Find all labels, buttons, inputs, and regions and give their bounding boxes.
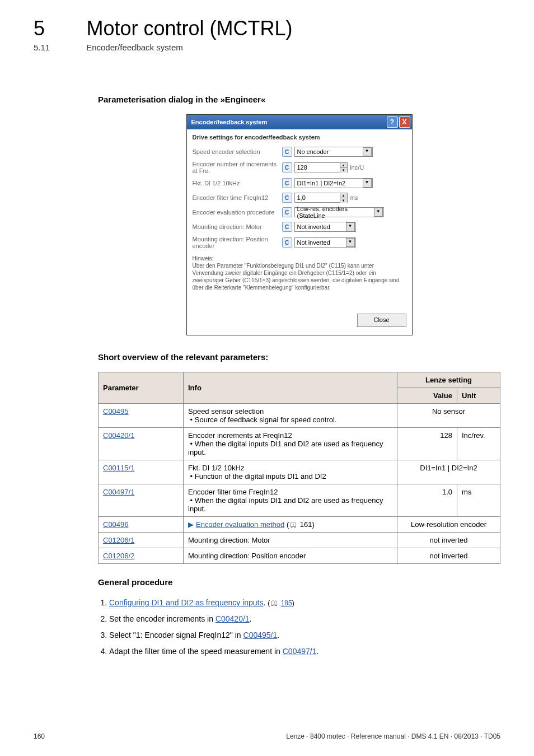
unit-cell: ms xyxy=(457,484,500,517)
heading-general-procedure: General procedure xyxy=(98,577,500,587)
spinner[interactable]: ▲▼ xyxy=(340,162,348,172)
footer-info: Lenze · 8400 motec · Reference manual · … xyxy=(286,732,500,740)
chapter-number: 5 xyxy=(34,17,84,40)
table-row: C00420/1 Encoder increments at FreqIn12 … xyxy=(99,428,500,460)
close-icon[interactable]: X xyxy=(399,116,410,128)
value-cell: DI1=In1 | DI2=In2 xyxy=(397,460,500,484)
param-link[interactable]: C00115/1 xyxy=(103,464,134,472)
unit-cell: Inc/rev. xyxy=(457,428,500,460)
th-info: Info xyxy=(184,372,397,404)
help-icon[interactable]: ? xyxy=(387,116,398,128)
combo-value: Not inverted xyxy=(297,223,330,230)
hint-label: Hinweis: xyxy=(193,255,406,262)
param-link[interactable]: C00497/1 xyxy=(103,488,134,496)
combo-fkt[interactable]: DI1=In1 | DI2=In2 ▼ xyxy=(294,178,373,188)
list-item: Set the encoder increments in C00420/1. xyxy=(109,613,500,625)
label-eval: Encoder evaluation procedure xyxy=(193,209,282,216)
param-link[interactable]: C01206/2 xyxy=(103,552,134,560)
hint-block: Hinweis: Über den Parameter "Funktionsbe… xyxy=(193,255,406,291)
param-link[interactable]: C01206/1 xyxy=(103,536,134,544)
c-button[interactable]: C xyxy=(282,178,292,188)
label-mount-motor: Mounting direction: Motor xyxy=(193,223,282,230)
combo-mount-motor[interactable]: Not inverted ▼ xyxy=(294,222,356,232)
value-cell: Low-resolution encoder xyxy=(397,517,500,533)
list-item: Select "1: Encoder signal FreqIn12" in C… xyxy=(109,629,500,641)
procedure-list: Configuring DI1 and DI2 as frequency inp… xyxy=(98,597,500,657)
code-link[interactable]: C00420/1 xyxy=(216,614,250,623)
info-cell: Mounting direction: Position encoder xyxy=(184,548,397,564)
table-row: C01206/2 Mounting direction: Position en… xyxy=(99,548,500,564)
step-link[interactable]: Configuring DI1 and DI2 as frequency inp… xyxy=(109,598,264,607)
book-icon xyxy=(270,599,279,607)
list-item: Configuring DI1 and DI2 as frequency inp… xyxy=(109,597,500,609)
th-lenze: Lenze setting xyxy=(397,372,500,388)
param-link[interactable]: C00495 xyxy=(103,407,129,416)
hint-text: Über den Parameter "Funktionsbelegung DI… xyxy=(193,262,406,291)
heading-short-overview: Short overview of the relevant parameter… xyxy=(98,352,500,362)
c-button[interactable]: C xyxy=(282,193,292,203)
chevron-down-icon[interactable]: ▼ xyxy=(363,179,372,188)
table-row: C01206/1 Mounting direction: Motor not i… xyxy=(99,533,500,548)
c-button[interactable]: C xyxy=(282,162,292,172)
input-filter-time[interactable]: 1,0 xyxy=(294,193,340,203)
info-cell: Speed sensor selection • Source of feedb… xyxy=(184,404,397,428)
arrow-icon: ▶ xyxy=(188,520,194,529)
input-value: 1,0 xyxy=(297,194,306,201)
table-row: C00495 Speed sensor selection • Source o… xyxy=(99,404,500,428)
value-cell: 1.0 xyxy=(397,484,457,517)
label-filter-time: Encoder filter time FreqIn12 xyxy=(193,194,282,201)
encoder-dialog: Encoder/feedback system ? X Drive settin… xyxy=(186,114,413,335)
chevron-down-icon[interactable]: ▼ xyxy=(346,222,355,231)
param-link[interactable]: C00420/1 xyxy=(103,431,134,440)
info-link[interactable]: Encoder evaluation method xyxy=(196,520,284,529)
combo-eval[interactable]: Low-res. encoders (StateLine ▼ xyxy=(294,207,384,217)
page-ref-link[interactable]: 185 xyxy=(281,599,292,607)
value-cell: not inverted xyxy=(397,548,500,564)
param-link[interactable]: C00496 xyxy=(103,520,129,529)
page-number: 160 xyxy=(34,732,45,740)
table-row: C00496 ▶Encoder evaluation method ( 161)… xyxy=(99,517,500,533)
combo-speed-encoder[interactable]: No encoder ▼ xyxy=(294,147,373,157)
chapter-title: Motor control (MCTRL) xyxy=(86,17,292,40)
info-cell: Encoder increments at FreqIn12 • When th… xyxy=(184,428,397,460)
chevron-down-icon[interactable]: ▼ xyxy=(363,147,372,156)
label-mount-encoder: Mounting direction: Position encoder xyxy=(193,236,282,249)
page-footer: 160 Lenze · 8400 motec · Reference manua… xyxy=(34,732,500,740)
info-cell: ▶Encoder evaluation method ( 161) xyxy=(184,517,397,533)
dialog-title: Encoder/feedback system xyxy=(191,119,268,125)
value-cell: No sensor xyxy=(397,404,500,428)
heading-param-dialog: Parameterisation dialog in the »Engineer… xyxy=(98,95,500,104)
dialog-titlebar: Encoder/feedback system ? X xyxy=(187,115,412,129)
th-value: Value xyxy=(397,388,457,404)
input-increments[interactable]: 128 xyxy=(294,162,340,172)
chevron-down-icon[interactable]: ▼ xyxy=(346,238,355,247)
parameter-table: Parameter Info Lenze setting Value Unit … xyxy=(98,372,500,564)
divider: _ _ _ _ _ _ _ _ _ _ _ _ _ _ _ _ _ _ _ _ … xyxy=(34,69,500,78)
value-cell: 128 xyxy=(397,428,457,460)
c-button[interactable]: C xyxy=(282,207,292,217)
label-increments: Encoder number of increments at Fre. xyxy=(193,161,282,174)
table-row: C00115/1 Fkt. DI 1/2 10kHz • Function of… xyxy=(99,460,500,484)
combo-value: Not inverted xyxy=(297,239,330,246)
th-unit: Unit xyxy=(457,388,500,404)
info-cell: Fkt. DI 1/2 10kHz • Function of the digi… xyxy=(184,460,397,484)
book-icon xyxy=(289,520,298,529)
c-button[interactable]: C xyxy=(282,222,292,232)
dialog-subheading: Drive settings for encoder/feedback syst… xyxy=(193,134,406,141)
c-button[interactable]: C xyxy=(282,237,292,248)
unit-label: ms xyxy=(350,194,358,201)
combo-value: Low-res. encoders (StateLine xyxy=(297,206,374,219)
code-link[interactable]: C00497/1 xyxy=(283,647,317,656)
close-button[interactable]: Close xyxy=(357,314,406,327)
table-row: C00497/1 Encoder filter time FreqIn12 • … xyxy=(99,484,500,517)
combo-value: DI1=In1 | DI2=In2 xyxy=(297,180,346,186)
c-button[interactable]: C xyxy=(282,147,292,157)
code-link[interactable]: C00495/1 xyxy=(243,631,278,640)
combo-mount-encoder[interactable]: Not inverted ▼ xyxy=(294,237,356,248)
spinner[interactable]: ▲▼ xyxy=(340,193,348,203)
value-cell: not inverted xyxy=(397,533,500,548)
chevron-down-icon[interactable]: ▼ xyxy=(374,208,382,217)
info-cell: Mounting direction: Motor xyxy=(184,533,397,548)
list-item: Adapt the filter time of the speed measu… xyxy=(109,646,500,657)
label-speed-encoder: Speed encoder selection xyxy=(193,148,282,155)
